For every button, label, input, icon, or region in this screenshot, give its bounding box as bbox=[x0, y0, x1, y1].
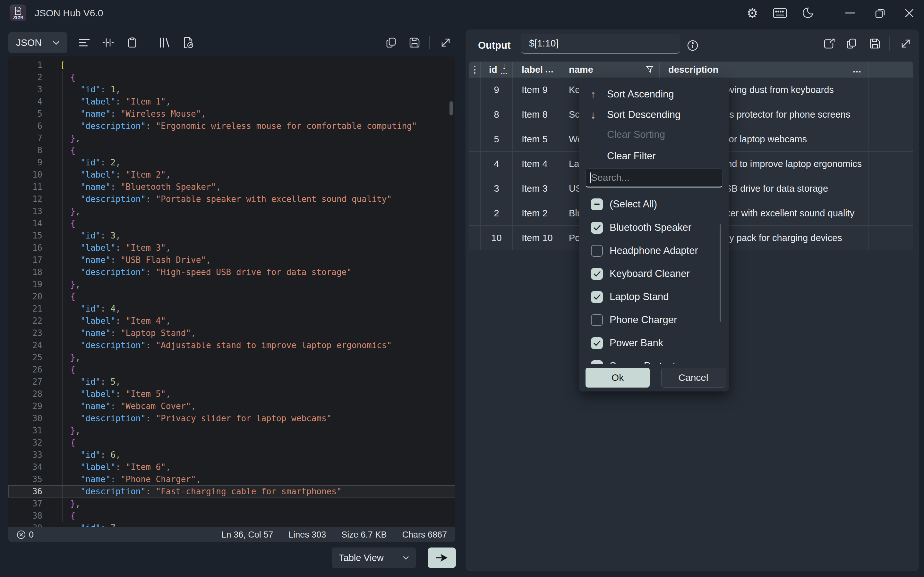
checked-checkbox[interactable] bbox=[591, 360, 603, 364]
filter-option[interactable]: Screen Protector bbox=[579, 355, 729, 364]
select-all-option[interactable]: (Select All) bbox=[579, 193, 729, 216]
language-selector[interactable]: JSON bbox=[8, 32, 67, 53]
filter-option[interactable]: Keyboard Cleaner bbox=[579, 262, 729, 285]
cell-handle[interactable] bbox=[469, 201, 481, 226]
cell-label[interactable]: Item 2 bbox=[513, 201, 560, 226]
cell-label[interactable]: Item 10 bbox=[513, 226, 560, 250]
run-query-button[interactable] bbox=[428, 548, 456, 568]
filter-funnel-icon[interactable] bbox=[646, 66, 654, 73]
cell-extra[interactable] bbox=[869, 102, 913, 127]
column-menu-id[interactable]: … bbox=[501, 68, 508, 75]
editor-scrollbar[interactable] bbox=[449, 101, 453, 115]
editor-line[interactable]: 36 "description": "Fast-charging cable f… bbox=[8, 485, 455, 498]
cell-handle[interactable] bbox=[469, 226, 481, 250]
close-button[interactable] bbox=[900, 0, 918, 26]
cell-label[interactable]: Item 5 bbox=[513, 127, 560, 151]
editor-line[interactable]: 6 "description": "Ergonomic wireless mou… bbox=[8, 120, 455, 132]
editor-line[interactable]: 23 "name": "Laptop Stand", bbox=[8, 327, 455, 339]
expand-editor-icon[interactable] bbox=[435, 32, 457, 53]
column-menu-label[interactable]: … bbox=[545, 64, 560, 75]
editor-line[interactable]: 17 "name": "USB Flash Drive", bbox=[8, 254, 455, 266]
editor-line[interactable]: 27 "id": 5, bbox=[8, 376, 455, 388]
cell-id[interactable]: 5 bbox=[481, 127, 513, 151]
cell-id[interactable]: 9 bbox=[481, 77, 513, 102]
paste-clipboard-icon[interactable] bbox=[121, 32, 144, 53]
keyboard-icon[interactable] bbox=[771, 0, 789, 26]
options-scrollbar[interactable] bbox=[720, 224, 721, 322]
json-editor[interactable]: 1[2 {3 "id": 1,4 "label": "Item 1",5 "na… bbox=[8, 56, 455, 542]
transform-document-icon[interactable] bbox=[177, 32, 200, 53]
checked-checkbox[interactable] bbox=[591, 337, 603, 349]
menu-item-sort-ascending[interactable]: ↑ Sort Ascending bbox=[579, 84, 729, 105]
library-columns-icon[interactable] bbox=[153, 32, 176, 53]
checked-checkbox[interactable] bbox=[591, 291, 603, 303]
editor-line[interactable]: 4 "label": "Item 1", bbox=[8, 95, 455, 108]
editor-line[interactable]: 10 "label": "Item 2", bbox=[8, 169, 455, 181]
editor-line[interactable]: 32 { bbox=[8, 437, 455, 449]
cell-extra[interactable] bbox=[869, 152, 913, 176]
column-menu-description[interactable]: … bbox=[853, 64, 868, 75]
cell-label[interactable]: Item 4 bbox=[513, 152, 560, 176]
editor-line[interactable]: 13 }, bbox=[8, 205, 455, 218]
cell-extra[interactable] bbox=[869, 176, 913, 201]
editor-line[interactable]: 16 "label": "Item 3", bbox=[8, 242, 455, 254]
filter-option[interactable]: Bluetooth Speaker bbox=[579, 216, 729, 239]
editor-line[interactable]: 11 "name": "Bluetooth Speaker", bbox=[8, 181, 455, 193]
filter-option[interactable]: Headphone Adapter bbox=[579, 239, 729, 262]
query-input[interactable] bbox=[521, 34, 680, 53]
editor-line[interactable]: 37 }, bbox=[8, 498, 455, 510]
editor-line[interactable]: 26 { bbox=[8, 364, 455, 376]
cell-handle[interactable] bbox=[469, 127, 481, 151]
maximize-restore-button[interactable] bbox=[871, 0, 889, 26]
save-editor-icon[interactable] bbox=[403, 32, 426, 53]
cell-id[interactable]: 2 bbox=[481, 201, 513, 226]
editor-line[interactable]: 31 }, bbox=[8, 424, 455, 437]
editor-line[interactable]: 25 }, bbox=[8, 351, 455, 364]
editor-line[interactable]: 38 { bbox=[8, 510, 455, 522]
cell-id[interactable]: 10 bbox=[481, 226, 513, 250]
editor-line[interactable]: 12 "description": "Portable speaker with… bbox=[8, 193, 455, 205]
filter-option[interactable]: Power Bank bbox=[579, 332, 729, 355]
checked-checkbox[interactable] bbox=[591, 222, 603, 234]
editor-line[interactable]: 22 "label": "Item 4", bbox=[8, 315, 455, 327]
cell-extra[interactable] bbox=[869, 201, 913, 226]
format-document-icon[interactable] bbox=[73, 32, 95, 53]
theme-moon-icon[interactable] bbox=[798, 0, 817, 26]
ok-button[interactable]: Ok bbox=[586, 367, 650, 388]
editor-line[interactable]: 39 "id": 7, bbox=[8, 522, 455, 527]
editor-line[interactable]: 34 "label": "Item 6", bbox=[8, 461, 455, 473]
editor-line[interactable]: 20 { bbox=[8, 290, 455, 303]
editor-line[interactable]: 35 "name": "Phone Charger", bbox=[8, 473, 455, 485]
expand-output-icon[interactable] bbox=[896, 29, 915, 58]
editor-line[interactable]: 7 }, bbox=[8, 132, 455, 144]
cell-id[interactable]: 8 bbox=[481, 102, 513, 127]
cell-handle[interactable] bbox=[469, 176, 481, 201]
filter-search-input[interactable] bbox=[586, 168, 722, 187]
editor-line[interactable]: 1[ bbox=[8, 59, 455, 71]
unchecked-checkbox[interactable] bbox=[591, 314, 603, 326]
column-header-id[interactable]: id ↓ … bbox=[481, 61, 513, 77]
editor-line[interactable]: 21 "id": 4, bbox=[8, 303, 455, 315]
editor-line[interactable]: 14 { bbox=[8, 218, 455, 229]
indeterminate-checkbox[interactable] bbox=[591, 198, 603, 210]
editor-line[interactable]: 24 "description": "Adjustable stand to i… bbox=[8, 339, 455, 351]
editor-line[interactable]: 2 { bbox=[8, 71, 455, 83]
cell-handle[interactable] bbox=[469, 152, 481, 176]
editor-line[interactable]: 18 "description": "High-speed USB drive … bbox=[8, 266, 455, 278]
editor-line[interactable]: 19 }, bbox=[8, 278, 455, 290]
cell-extra[interactable] bbox=[869, 226, 913, 250]
editor-line[interactable]: 28 "label": "Item 5", bbox=[8, 388, 455, 400]
info-icon[interactable] bbox=[683, 31, 702, 60]
menu-item-sort-descending[interactable]: ↓ Sort Descending bbox=[579, 105, 729, 125]
cell-extra[interactable] bbox=[869, 127, 913, 151]
unchecked-checkbox[interactable] bbox=[591, 245, 603, 257]
copy-output-icon[interactable] bbox=[842, 29, 861, 58]
column-header-description[interactable]: description … bbox=[660, 61, 869, 77]
column-header-name[interactable]: name bbox=[560, 61, 660, 77]
menu-item-clear-filter[interactable]: Clear Filter bbox=[579, 146, 729, 166]
cell-handle[interactable] bbox=[469, 102, 481, 127]
editor-line[interactable]: 9 "id": 2, bbox=[8, 156, 455, 169]
editor-line[interactable]: 33 "id": 6, bbox=[8, 449, 455, 461]
cell-handle[interactable] bbox=[469, 77, 481, 102]
column-drag-handle[interactable] bbox=[469, 61, 481, 77]
